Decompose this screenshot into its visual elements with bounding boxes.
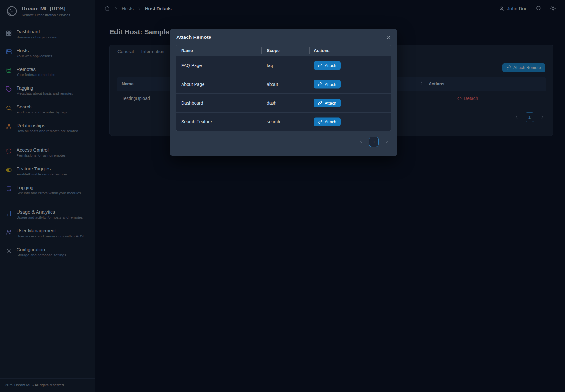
modal-table-row: About Page about Attach	[176, 75, 391, 93]
attach-remote-modal: Attach Remote Name Scope Actions FAQ Pag…	[170, 29, 397, 156]
modal-table-row: FAQ Page faq Attach	[176, 56, 391, 75]
attach-button[interactable]: Attach	[314, 118, 341, 126]
remote-scope: dash	[267, 100, 276, 106]
close-icon[interactable]	[386, 35, 391, 40]
remote-name: Dashboard	[181, 100, 203, 106]
remote-name: FAQ Page	[181, 63, 202, 68]
column-header-actions: Actions	[314, 45, 330, 56]
remote-scope: faq	[267, 63, 273, 68]
link-icon	[318, 120, 322, 124]
modal-table: Name Scope Actions FAQ Page faq Attach A…	[176, 45, 391, 131]
attach-button[interactable]: Attach	[314, 61, 341, 70]
attach-button[interactable]: Attach	[314, 80, 341, 89]
modal-table-row: Dashboard dash Attach	[176, 93, 391, 112]
page-number[interactable]: 1	[369, 137, 379, 147]
modal-title: Attach Remote	[176, 34, 211, 40]
remote-scope: search	[267, 119, 280, 124]
remote-name: Search Feature	[181, 119, 212, 124]
modal-pagination: 1	[176, 137, 391, 147]
column-header-scope: Scope	[267, 45, 280, 56]
column-divider	[309, 47, 310, 54]
link-icon	[318, 82, 322, 86]
chevron-right-icon[interactable]	[384, 140, 389, 144]
modal-table-header: Name Scope Actions	[176, 45, 391, 56]
remote-scope: about	[267, 82, 278, 87]
attach-button[interactable]: Attach	[314, 99, 341, 107]
chevron-left-icon[interactable]	[359, 140, 363, 144]
modal-table-row: Search Feature search Attach	[176, 112, 391, 131]
link-icon	[318, 101, 322, 105]
modal-header: Attach Remote	[176, 33, 391, 42]
column-divider	[261, 47, 262, 54]
column-header-name: Name	[181, 45, 193, 56]
link-icon	[318, 63, 322, 67]
remote-name: About Page	[181, 82, 204, 87]
